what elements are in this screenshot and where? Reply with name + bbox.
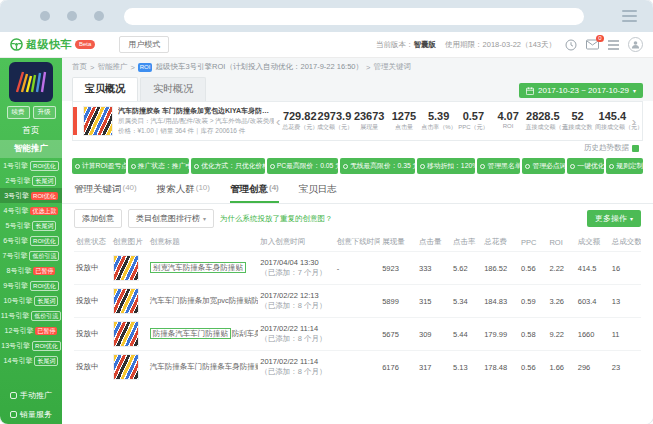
sidebar-top-button[interactable]: 续费 [7, 106, 30, 119]
creative-image[interactable] [113, 354, 139, 380]
plan-action-button[interactable]: 管理黑名单 [477, 158, 520, 174]
column-header: 总花费 [482, 233, 519, 252]
kpi-label: PPC（元） [456, 123, 491, 132]
kpi-next-arrow[interactable]: › [630, 115, 638, 128]
roi-cell: 3.26 [547, 285, 575, 318]
more-actions-button[interactable]: 更多操作 ▾ [587, 210, 641, 227]
history-data-link[interactable]: 历史趋势数据 [584, 143, 629, 153]
url-bar[interactable] [124, 8, 584, 25]
creative-image[interactable] [113, 288, 139, 314]
table-row[interactable]: 投放中 别克汽车防撞条车身防撞贴 2017/04/04 13:30 （已添加：7… [74, 252, 641, 285]
plan-action-button[interactable]: 移动折扣：120% [417, 158, 476, 174]
sidebar-engine-item[interactable]: 2号引擎 长尾词 [0, 173, 62, 188]
table-row[interactable]: 投放中 防撞条汽车车门防撞贴防刮车身装饰条 2017/02/22 11:14 （… [74, 318, 641, 351]
sidebar-engine-item[interactable]: 1号引擎 ROI优化 [0, 158, 62, 173]
product-image[interactable] [83, 106, 113, 136]
sidebar-engine-item[interactable]: 12号引擎 已暂停 [0, 323, 62, 338]
cost-cell: 184.83 [482, 285, 519, 318]
kpi: 2828.5 直接成交额（元） [525, 110, 560, 132]
sidebar-engine-item[interactable]: 4号引擎 优选上款 [0, 203, 62, 218]
kpi-label: 间接成交额（元） [595, 123, 630, 132]
user-avatar[interactable] [628, 37, 643, 52]
column-header: 创意下线时间 [335, 233, 380, 252]
overview-tab[interactable]: 实时概况 [140, 77, 206, 101]
sidebar-top-button[interactable]: 升级 [33, 106, 56, 119]
breadcrumb-home[interactable]: 首页 [72, 62, 87, 72]
sidebar-engine-item[interactable]: 13号引擎 ROI优化 [0, 338, 62, 353]
sidebar-nav-item[interactable]: 首页 [0, 122, 62, 140]
action-icon [480, 164, 485, 169]
creative-image[interactable] [113, 321, 139, 347]
kpi-value: 145.4 [595, 110, 630, 122]
engine-badge: 低价引流 [29, 251, 59, 261]
date-range-button[interactable]: 2017-10-23 ~ 2017-10-29 ▾ [519, 83, 643, 98]
add-creative-button[interactable]: 添加创意 [74, 209, 122, 228]
window-dot-icon[interactable] [67, 11, 77, 21]
column-header: 点击率 [451, 233, 482, 252]
breadcrumb: 首页> 智能推广> ROI 超级快车3号引擎ROI（计划投入自动优化：2017-… [62, 58, 653, 75]
plan-action-button[interactable]: 无线最高限价：0.35 元 [340, 158, 415, 174]
overview-tabs: 宝贝概况 实时概况 2017-10-23 ~ 2017-10-29 ▾ [62, 75, 653, 101]
plan-action-button[interactable]: 推广状态：推广中 [128, 158, 189, 174]
engine-badge: 已暂停 [35, 327, 57, 335]
kpi: 5.39 点击率（%） [421, 110, 456, 132]
impressions-cell: 5675 [380, 318, 417, 351]
sidebar-engine-item[interactable]: 9号引擎 ROI优化 [0, 278, 62, 293]
sidebar-engine-item[interactable]: 7号引擎 低价引流 [0, 248, 62, 263]
creative-title: 防撞条汽车车门防撞贴防刮车身装饰条 [148, 318, 259, 351]
kpi-label: 点击率（%） [421, 123, 456, 132]
creative-image[interactable] [113, 255, 139, 281]
table-header-row: 创意状态 创意图片 创意标题 加入创意时间 创意下线时间 展现量 点击量 [74, 233, 641, 252]
window-dot-icon[interactable] [40, 11, 50, 21]
plan-action-button[interactable]: 一键优化 [567, 158, 604, 174]
brand-name: 超级快车 [26, 37, 72, 52]
sidebar-engine-item[interactable]: 8号引擎 已暂停 [0, 263, 62, 278]
sidebar-engine-item[interactable]: 3号引擎 ROI优化 [0, 188, 62, 203]
plan-action-button[interactable]: 规则定制 [606, 158, 643, 174]
clicks-cell: 317 [417, 351, 451, 384]
table-row[interactable]: 投放中 汽车车门防撞条加宽pvc防撞贴防爆磁胶车行 2017/02/22 12:… [74, 285, 641, 318]
user-mode-button[interactable]: 用户模式 [119, 36, 169, 53]
manage-tab[interactable]: 管理创意 (4) [230, 183, 279, 203]
sidebar-engine-item[interactable]: 5号引擎 长尾词 [0, 218, 62, 233]
manage-tab[interactable]: 搜索人群 (10) [157, 183, 210, 203]
mail-icon[interactable]: 0 [586, 39, 599, 50]
table-row[interactable]: 投放中 汽车防撞条车门防撞条车身防撞贴条车行 2017/02/22 11:14 … [74, 351, 641, 384]
kpi-value: 23673 [352, 110, 387, 122]
action-icon [194, 164, 199, 169]
manage-tab[interactable]: 管理关键词 (40) [74, 183, 137, 203]
why-duplicate-link[interactable]: 为什么系统投放了重复的创意图？ [220, 214, 333, 224]
window-controls [40, 11, 104, 21]
clock-icon[interactable] [565, 39, 577, 51]
orders-cell: 23 [610, 351, 641, 384]
engine-badge: ROI优化 [32, 341, 61, 351]
engine-badge: ROI优化 [30, 236, 59, 246]
breadcrumb-plan: 超级快车3号引擎ROI（计划投入自动优化：2017-9-22 16:50） [155, 62, 363, 72]
action-icon [609, 164, 614, 169]
sidebar-engine-item[interactable]: 11号引擎 低价引流 [0, 308, 62, 323]
sidebar-bottom-item[interactable]: 手动推广 [0, 386, 62, 405]
creative-rank-button[interactable]: 类目创意图排行榜 ▾ [128, 209, 214, 228]
breadcrumb-section[interactable]: 智能推广 [97, 62, 127, 72]
creative-added-time: 2017/02/22 12:13 （已添加：8 个月） [258, 285, 335, 318]
plan-action-button[interactable]: 管理必点词 [522, 158, 565, 174]
roi-badge: ROI [138, 63, 153, 72]
impressions-cell: 5899 [380, 285, 417, 318]
sidebar: 续费 升级 首页 智能推广 1号引擎 ROI优化 [0, 58, 62, 424]
plan-action-button[interactable]: 计算ROI盈亏点 [72, 158, 126, 174]
sidebar-engine-item[interactable]: 14号引擎 长尾词 [0, 353, 62, 368]
list-menu-icon[interactable] [608, 40, 619, 50]
sidebar-engine-item[interactable]: 6号引擎 ROI优化 [0, 233, 62, 248]
window-dot-icon[interactable] [94, 11, 104, 21]
breadcrumb-current: 管理关键词 [373, 62, 411, 72]
sidebar-bottom-item[interactable]: 销量服务 [0, 405, 62, 424]
overview-tab[interactable]: 宝贝概况 [72, 77, 138, 101]
plan-action-button[interactable]: 优化方式：只优化价格 [191, 158, 265, 174]
browser-menu-icon[interactable] [622, 7, 637, 25]
manage-tab[interactable]: 宝贝日志 [299, 183, 337, 203]
sidebar-nav-item[interactable]: 智能推广 [0, 140, 62, 158]
creative-title: 别克汽车防撞条车身防撞贴 [148, 252, 259, 285]
kpi: 23673 展现量 [352, 110, 387, 132]
sidebar-engine-item[interactable]: 10号引擎 长尾词 [0, 293, 62, 308]
plan-action-button[interactable]: PC最高限价：0.05 元 [267, 158, 338, 174]
